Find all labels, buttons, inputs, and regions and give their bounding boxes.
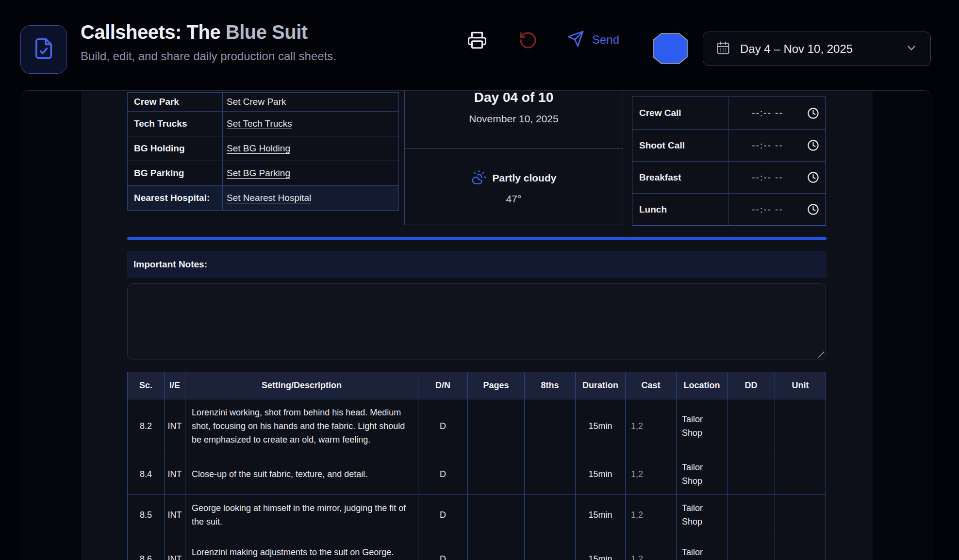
important-notes-wrap (127, 283, 827, 360)
weather-box: Partly cloudy 47° (405, 148, 623, 225)
scene-cell-sc: 8.2 (128, 399, 165, 454)
clock-icon[interactable] (807, 203, 826, 216)
scene-cell-desc: Lorenzini making adjustments to the suit… (185, 536, 418, 560)
scene-cell-sc: 8.4 (128, 454, 165, 495)
scene-cell-location: Tailor Shop (677, 536, 728, 560)
set-location-link[interactable]: Set Nearest Hospital (227, 193, 311, 203)
schedule-col-header: Duration (576, 372, 626, 399)
send-button[interactable]: Send (567, 30, 619, 49)
schedule-col-header: I/E (165, 372, 185, 399)
calendar-icon (716, 41, 730, 57)
callsheet-panel: Crew ParkSet Crew ParkTech TrucksSet Tec… (20, 90, 933, 560)
clock-icon[interactable] (807, 139, 826, 152)
print-button[interactable] (467, 30, 487, 52)
schedule-header-row: Sc.I/ESetting/DescriptionD/NPages8thsDur… (128, 372, 826, 399)
call-time-value: --:-- -- (728, 172, 807, 183)
scene-cell-dd (728, 536, 775, 560)
call-time-input[interactable]: --:-- -- (728, 194, 826, 225)
undo-button[interactable] (518, 31, 538, 51)
day-select-dropdown[interactable]: Day 4 – Nov 10, 2025 (703, 32, 931, 66)
location-link-cell: Set Nearest Hospital (223, 186, 398, 210)
call-time-row: Shoot Call--:-- -- (632, 129, 826, 161)
set-location-link[interactable]: Set BG Holding (227, 143, 290, 154)
temperature: 47° (506, 193, 522, 205)
set-location-link[interactable]: Set Tech Trucks (227, 118, 292, 129)
location-label: Nearest Hospital: (128, 186, 223, 210)
scene-cell-location: Tailor Shop (677, 454, 728, 495)
call-time-input[interactable]: --:-- -- (728, 130, 826, 161)
call-time-input[interactable]: --:-- -- (728, 162, 826, 193)
scene-cell-duration: 15min (576, 536, 626, 560)
clock-icon[interactable] (807, 107, 826, 120)
call-times-table: Crew Call--:-- --Shoot Call--:-- --Break… (632, 97, 826, 226)
location-row: Crew ParkSet Crew Park (128, 92, 398, 111)
location-link-cell: Set BG Parking (223, 161, 398, 185)
scene-cell-pages (468, 399, 525, 454)
schedule-col-header: DD (728, 372, 775, 399)
call-time-label: Shoot Call (632, 130, 728, 161)
call-time-row: Breakfast--:-- -- (632, 161, 826, 193)
location-row: BG HoldingSet BG Holding (128, 136, 398, 161)
shoot-date: November 10, 2025 (405, 113, 623, 125)
theme-color-button[interactable] (653, 33, 688, 64)
scene-cell-cast: 1,2 (626, 536, 677, 560)
scene-cell-dn: D (418, 495, 468, 536)
location-row: Nearest Hospital:Set Nearest Hospital (128, 185, 398, 210)
day-info-box: Day 04 of 10 November 10, 2025 (404, 91, 623, 225)
scene-cell-eighths (525, 399, 576, 454)
callsheet-top-section: Crew ParkSet Crew ParkTech TrucksSet Tec… (127, 91, 827, 226)
scene-cell-eighths (525, 495, 576, 536)
scene-cell-pages (468, 536, 525, 560)
call-time-value: --:-- -- (728, 204, 807, 215)
scene-cell-duration: 15min (576, 495, 626, 536)
scene-cell-eighths (525, 536, 576, 560)
schedule-col-header: Pages (468, 372, 525, 399)
schedule-col-header: Setting/Description (185, 372, 418, 399)
call-time-label: Breakfast (632, 162, 728, 193)
scene-cell-unit (775, 536, 826, 560)
set-location-link[interactable]: Set BG Parking (227, 168, 290, 179)
section-divider (127, 237, 827, 240)
scene-cell-unit (775, 399, 826, 454)
location-link-cell: Set BG Holding (223, 136, 398, 161)
callsheet-document: Crew ParkSet Crew ParkTech TrucksSet Tec… (81, 91, 873, 560)
location-label: Tech Trucks (128, 112, 223, 136)
schedule-table: Sc.I/ESetting/DescriptionD/NPages8thsDur… (127, 372, 826, 560)
location-link-cell: Set Crew Park (223, 93, 398, 111)
call-time-label: Lunch (632, 194, 728, 225)
scene-cell-dd (728, 495, 775, 536)
scene-cell-unit (775, 495, 826, 536)
schedule-col-header: Cast (626, 372, 677, 399)
clock-icon[interactable] (807, 171, 826, 184)
scene-cell-duration: 15min (576, 454, 626, 495)
scene-cell-duration: 15min (576, 399, 626, 454)
scene-cell-location: Tailor Shop (677, 399, 728, 454)
important-notes-input[interactable] (127, 283, 826, 360)
schedule-col-header: 8ths (525, 372, 576, 399)
locations-table: Crew ParkSet Crew ParkTech TrucksSet Tec… (127, 92, 399, 211)
scene-cell-pages (468, 454, 525, 495)
call-time-label: Crew Call (632, 97, 728, 129)
printer-icon (467, 30, 487, 52)
scene-cell-sc: 8.5 (128, 495, 165, 536)
scene-row: 8.5INTGeorge looking at himself in the m… (128, 495, 826, 536)
schedule-col-header: D/N (418, 372, 468, 399)
day-count: Day 04 of 10 (405, 91, 623, 105)
title-block: Callsheets: The Blue Suit Build, edit, a… (81, 21, 336, 63)
day-select-value: Day 4 – Nov 10, 2025 (740, 42, 895, 56)
page-title: Callsheets: The Blue Suit (81, 21, 336, 43)
weather-condition: Partly cloudy (493, 172, 557, 184)
location-row: Tech TrucksSet Tech Trucks (128, 111, 398, 136)
theme-color-swatch (654, 34, 687, 63)
scene-cell-sc: 8.6 (128, 536, 165, 560)
scene-cell-cast: 1,2 (626, 454, 677, 495)
set-location-link[interactable]: Set Crew Park (227, 97, 286, 107)
scene-cell-dn: D (418, 454, 468, 495)
call-time-input[interactable]: --:-- -- (728, 97, 826, 129)
location-link-cell: Set Tech Trucks (223, 112, 398, 136)
scene-cell-dd (728, 454, 775, 495)
call-time-row: Lunch--:-- -- (632, 193, 826, 225)
page-subtitle: Build, edit, and share daily production … (81, 49, 336, 63)
call-time-row: Crew Call--:-- -- (632, 97, 826, 129)
callsheet-app: { "header": { "title_primary": "Callshee… (0, 0, 959, 560)
